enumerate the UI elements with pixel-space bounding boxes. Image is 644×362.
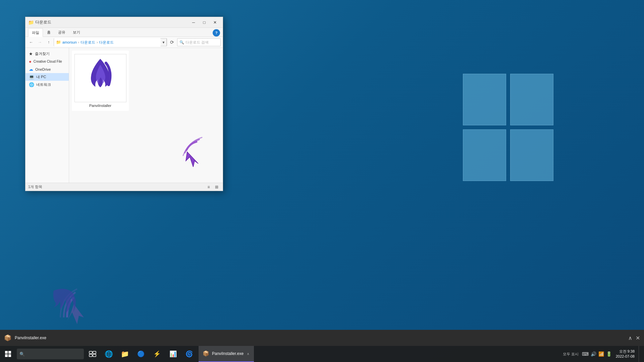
taskbar-app-icon: 📦 [203,350,209,357]
ribbon: 파일 홈 공유 보기 ? [25,28,223,37]
forward-button[interactable]: → [36,39,44,46]
download-file-icon: 📦 [4,334,11,342]
status-view-buttons: ≡ ⊞ [205,184,220,190]
powerpoint-button[interactable]: 📊 [165,346,181,362]
ribbon-tab-file[interactable]: 파일 [28,28,43,37]
tray-battery-icon[interactable]: 🔋 [606,351,612,357]
edge2-button[interactable]: ⚡ [149,346,165,362]
path-downloads1[interactable]: 다운로드 [80,40,95,45]
help-button[interactable]: ? [213,29,220,37]
svg-rect-7 [93,351,96,354]
ribbon-tabs: 파일 홈 공유 보기 ? [25,28,223,37]
edge-button[interactable]: 🌐 [101,346,117,362]
file-thumbnail [74,54,126,102]
svg-rect-5 [8,354,11,357]
tray-keyboard-icon[interactable]: ⌨ [582,351,589,357]
back-button[interactable]: ← [28,39,35,46]
tray-network-icon[interactable]: 📶 [598,351,604,357]
status-bar: 1개 항목 ≡ ⊞ [25,183,223,191]
list-view-button[interactable]: ≡ [205,184,212,190]
favorites-icon: ★ [29,51,33,56]
title-bar: 📁 다운로드 ─ □ ✕ [25,17,223,28]
taskview-button[interactable] [85,346,101,362]
onedrive-icon: ☁ [29,67,33,72]
sidebar-label-favorites: 즐겨찾기 [35,51,50,56]
svg-rect-2 [5,351,8,354]
grid-view-button[interactable]: ⊞ [213,184,220,190]
title-bar-text: 다운로드 [35,19,189,25]
taskbar: 🔍 🌐 📁 🔵 ⚡ 📊 🌀 📦 PanviInstaller.exe ∧ 모두 … [0,346,644,362]
sidebar-item-favorites[interactable]: ★ 즐겨찾기 [25,50,69,58]
search-placeholder: 다운로드 검색 [185,40,209,45]
win-logo-cell-bl [463,129,506,181]
content-area: ★ 즐겨찾기 ● Creative Cloud File ☁ OneDrive … [25,48,223,183]
taskbar-app-label: PanviInstaller.exe [212,351,244,356]
svg-rect-3 [8,351,11,354]
file-name-panviinstaller: PanviInstaller [89,104,111,108]
maximize-button[interactable]: □ [199,19,209,26]
sidebar-item-creative-cloud[interactable]: ● Creative Cloud File [25,58,69,65]
close-button[interactable]: ✕ [210,19,220,26]
address-bar: ← → ↑ 📁 amorsun › 다운로드 › 다운로드 ▼ ⟳ 🔍 다운로드… [25,37,223,48]
refresh-button[interactable]: ⟳ [168,39,176,46]
svg-rect-4 [5,354,8,357]
file-item-panviinstaller[interactable]: PanviInstaller [72,51,129,111]
up-button[interactable]: ↑ [45,39,52,46]
sidebar: ★ 즐겨찾기 ● Creative Cloud File ☁ OneDrive … [25,48,69,183]
sidebar-label-onedrive: OneDrive [35,67,51,71]
tray-icons: ⌨ 🔊 📶 🔋 [582,351,612,357]
title-bar-icon: 📁 [28,20,34,25]
tray-speaker-icon[interactable]: 🔊 [591,351,596,357]
path-downloads2[interactable]: 다운로드 [99,40,114,45]
address-path[interactable]: 📁 amorsun › 다운로드 › 다운로드 [54,38,161,46]
title-bar-buttons: ─ □ ✕ [189,19,220,26]
msedge-button[interactable]: 🌀 [181,346,197,362]
win-logo-cell-br [510,129,553,181]
path-amorsun[interactable]: amorsun [62,40,77,44]
sidebar-label-network: 네트워크 [36,82,51,87]
windows-logo [463,74,553,181]
start-button[interactable] [0,346,16,362]
mypc-icon: 💻 [29,74,34,79]
svg-rect-8 [89,354,92,357]
download-dismiss-button[interactable]: ✕ [636,335,640,341]
win-logo-cell-tl [463,74,506,125]
download-bar: 📦 PanviInstaller.exe ∧ ✕ [0,330,644,346]
svg-rect-6 [89,351,92,354]
tray-time: 오전 9:38 [616,349,635,354]
sidebar-item-onedrive[interactable]: ☁ OneDrive [25,65,69,73]
file-grid: PanviInstaller [69,48,223,114]
taskbar-quick-icons: 🌐 📁 🔵 ⚡ 📊 🌀 [85,346,197,362]
address-dropdown[interactable]: ▼ [161,38,167,46]
creative-cloud-icon: ● [29,59,32,64]
system-tray: 모두 표시 ⌨ 🔊 📶 🔋 오전 9:38 2022-07-08 [558,346,644,362]
svg-marker-1 [186,152,198,167]
show-all-button[interactable]: 모두 표시 [561,351,581,357]
tray-clock[interactable]: 오전 9:38 2022-07-08 [613,349,637,359]
sidebar-label-creative-cloud: Creative Cloud File [34,60,62,63]
download-filename: PanviInstaller.exe [15,336,625,340]
ribbon-tab-view[interactable]: 보기 [69,28,84,37]
sidebar-item-network[interactable]: 🌐 네트워크 [25,81,69,88]
taskbar-app-expand[interactable]: ∧ [246,351,250,356]
win-logo-cell-tr [510,74,553,125]
file-explorer-taskbar[interactable]: 📁 [117,346,133,362]
main-content: PanviInstaller [69,48,223,183]
taskbar-app-panvi[interactable]: 📦 PanviInstaller.exe ∧ [199,346,254,362]
sidebar-item-mypc[interactable]: 💻 내 PC [25,73,69,81]
taskbar-search[interactable]: 🔍 [17,349,84,359]
status-count: 1개 항목 [28,184,42,189]
show-desktop-button[interactable] [639,346,641,362]
explorer-window: 📁 다운로드 ─ □ ✕ 파일 홈 공유 보기 ? ← → ↑ 📁 amorsu… [25,17,223,191]
cursor-indicator [180,133,207,164]
search-box[interactable]: 🔍 다운로드 검색 [177,38,221,46]
download-expand-button[interactable]: ∧ [628,335,632,341]
minimize-button[interactable]: ─ [189,19,199,26]
ribbon-tab-share[interactable]: 공유 [55,28,69,37]
chrome-button[interactable]: 🔵 [133,346,149,362]
svg-rect-9 [93,354,96,357]
ribbon-tab-home[interactable]: 홈 [44,28,54,37]
sidebar-label-mypc: 내 PC [36,74,46,79]
network-icon: 🌐 [29,82,34,87]
search-icon: 🔍 [179,40,184,45]
